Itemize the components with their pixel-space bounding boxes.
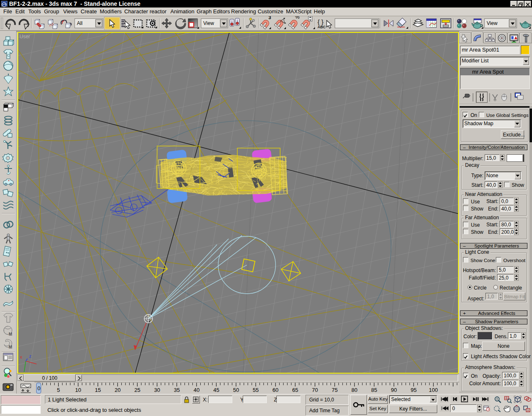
svg-text:20: 20 xyxy=(115,387,121,393)
svg-text:x: x xyxy=(20,354,22,359)
svg-text:All: All xyxy=(77,20,82,26)
svg-text:55: 55 xyxy=(253,387,259,393)
svg-text:M: M xyxy=(9,345,12,349)
svg-text:35: 35 xyxy=(174,387,180,393)
svg-text:50: 50 xyxy=(233,387,239,393)
svg-text:View: View xyxy=(203,20,214,26)
svg-text:25: 25 xyxy=(134,387,140,393)
svg-text:65: 65 xyxy=(292,387,298,393)
svg-text:M: M xyxy=(9,332,12,337)
svg-text:User: User xyxy=(20,34,30,40)
svg-text:70: 70 xyxy=(312,387,318,393)
svg-text:90: 90 xyxy=(391,387,397,393)
svg-text:100: 100 xyxy=(429,387,438,393)
svg-text:%: % xyxy=(295,16,300,20)
svg-text:{ }: { } xyxy=(318,18,323,25)
svg-text:View: View xyxy=(487,20,498,26)
svg-text:95: 95 xyxy=(411,387,416,393)
svg-text:60: 60 xyxy=(273,387,278,393)
svg-text:10: 10 xyxy=(75,387,81,393)
svg-text:C: C xyxy=(7,53,10,57)
svg-text:85: 85 xyxy=(371,387,377,393)
svg-text:30: 30 xyxy=(154,387,160,393)
svg-text:ABC: ABC xyxy=(318,25,326,29)
svg-text:45: 45 xyxy=(213,387,219,393)
svg-text:3: 3 xyxy=(268,16,271,20)
svg-text:80: 80 xyxy=(352,387,357,393)
svg-text:z: z xyxy=(29,354,32,359)
svg-text:15: 15 xyxy=(95,387,101,393)
svg-text:5: 5 xyxy=(57,387,60,393)
svg-text:40: 40 xyxy=(194,387,200,393)
svg-text:75: 75 xyxy=(332,387,337,393)
